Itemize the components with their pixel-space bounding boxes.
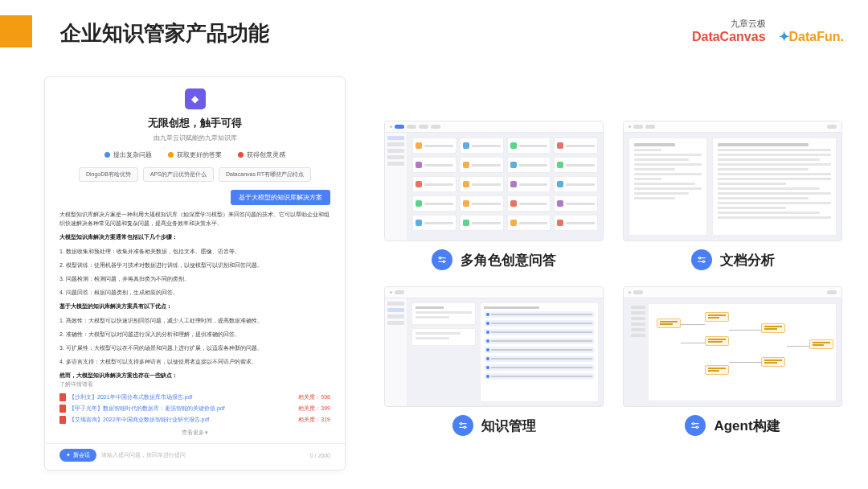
feat-1: 提出复杂问题: [104, 150, 152, 159]
svg-point-6: [698, 257, 700, 259]
reference-files: 了解详情请看 【沙利文】2021年中国分布式数据库市场报告.pdf相关度：598…: [45, 380, 345, 425]
pdf-icon: [59, 393, 66, 401]
topic-tag[interactable]: 基于大模型的知识库解决方案: [231, 190, 330, 205]
files-label: 了解详情请看: [59, 380, 330, 388]
svg-point-0: [440, 257, 441, 259]
app-logo-icon: ◆: [185, 88, 206, 109]
demo-title: 无限创想，触手可得: [45, 116, 345, 130]
datafun-logo: ✦DataFun.: [779, 29, 844, 44]
suggestion-chips: DingoDB有啥优势 APS的产品优势是什么 Datacanvas RT有哪些…: [45, 167, 345, 182]
accent-block: [0, 15, 32, 47]
sliders-icon: [685, 415, 706, 436]
sliders-icon: [452, 415, 473, 436]
svg-point-15: [464, 426, 465, 428]
dot-icon: [104, 152, 110, 158]
feature-screenshot: [384, 286, 604, 407]
feature-label: Agent构建: [714, 417, 780, 435]
dot-icon: [168, 152, 174, 158]
feature-grid: 多角色创意问答 文档分析: [384, 121, 842, 436]
feature-agent: Agent构建: [623, 286, 842, 436]
dot-icon: [238, 152, 244, 158]
svg-point-21: [697, 426, 698, 428]
feat-3: 获得创意灵感: [238, 150, 285, 159]
chip-3[interactable]: Datacanvas RT有哪些产品特点: [219, 167, 311, 182]
feat-2: 获取更好的答案: [168, 150, 222, 159]
page-title: 企业知识管家产品功能: [60, 19, 269, 47]
qa-demo-card: ◆ 无限创想，触手可得 由九章云识赋能的九章知识库 提出复杂问题 获取更好的答案…: [44, 76, 346, 471]
logo-area: 九章云极DataCanvas ✦DataFun.: [692, 18, 844, 44]
feature-doc: 文档分析: [623, 121, 842, 270]
demo-subtitle: 由九章云识赋能的九章知识库: [45, 134, 345, 142]
char-count: 0 / 2000: [310, 453, 330, 458]
svg-point-12: [460, 423, 461, 425]
datacanvas-logo: 九章云极DataCanvas: [692, 18, 766, 44]
feature-km: 知识管理: [384, 286, 604, 436]
pdf-icon: [59, 416, 66, 424]
input-row: ✦新会话 请输入提问问题，按回车进行提问 0 / 2000: [45, 443, 345, 470]
sliders-icon: [691, 249, 712, 270]
feature-screenshot: [623, 121, 842, 241]
pdf-icon: [59, 405, 66, 413]
feature-screenshot: [623, 286, 842, 407]
plus-icon: ✦: [66, 452, 71, 458]
feature-label: 多角色创意问答: [461, 251, 556, 269]
svg-point-18: [693, 423, 694, 425]
file-row[interactable]: 【艾瑞咨询】2022年中国商业数据智能行业研究报告.pdf相关度：319: [59, 414, 330, 425]
svg-point-3: [443, 261, 444, 262]
feature-label: 知识管理: [481, 417, 536, 435]
file-row[interactable]: 【沙利文】2021年中国分布式数据库市场报告.pdf相关度：598: [59, 392, 330, 403]
feature-row: 提出复杂问题 获取更好的答案 获得创意灵感: [45, 150, 345, 159]
new-session-button[interactable]: ✦新会话: [59, 449, 96, 462]
feature-qa: 多角色创意问答: [384, 121, 604, 270]
chip-2[interactable]: APS的产品优势是什么: [143, 167, 214, 182]
feature-label: 文档分析: [720, 251, 775, 269]
feature-screenshot: [384, 121, 604, 241]
show-more[interactable]: 查看更多 ▾: [45, 425, 345, 443]
sliders-icon: [432, 249, 452, 270]
chip-1[interactable]: DingoDB有啥优势: [79, 167, 138, 182]
answer-body: 大模型知识库解决方案是一种利用大规模知识库（如深度学习模型）来回答问题的技术。它…: [45, 210, 345, 380]
prompt-input[interactable]: 请输入提问问题，按回车进行提问: [101, 451, 305, 459]
svg-point-9: [702, 261, 704, 262]
file-row[interactable]: 【甲子光年】数据智能时代的数据库：更强智能的关键价值.pdf相关度：399: [59, 403, 330, 414]
